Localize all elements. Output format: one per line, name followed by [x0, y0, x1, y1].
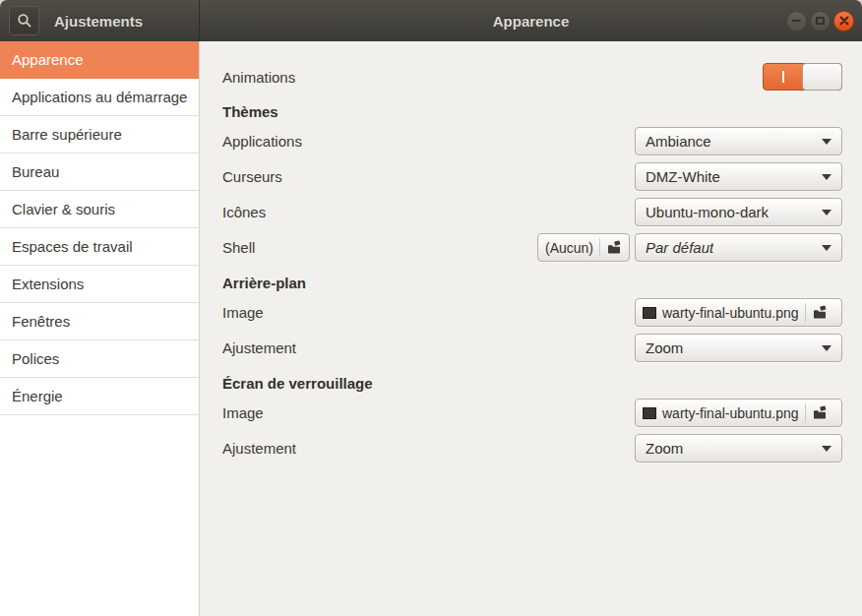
minimize-button[interactable]	[786, 11, 807, 31]
button-separator	[805, 403, 806, 422]
headerbar: Ajustements Apparence	[0, 0, 862, 41]
headerbar-right: Apparence	[200, 0, 862, 41]
switch-knob[interactable]	[802, 63, 842, 91]
folder-open-icon	[812, 305, 828, 321]
background-image-label: Image	[222, 304, 264, 321]
sidebar-item-barre-superieure[interactable]: Barre supérieure	[0, 116, 199, 154]
lock-screen-image-row: Image warty-final-ubuntu.png	[222, 399, 842, 427]
shell-theme-controls: (Aucun) Par défaut	[537, 233, 842, 262]
close-button[interactable]	[833, 11, 854, 31]
close-icon	[839, 16, 849, 26]
chevron-down-icon	[822, 139, 831, 145]
panel-title: Apparence	[200, 13, 862, 30]
dropdown-value: Zoom	[646, 440, 683, 457]
shell-theme-label: Shell	[222, 239, 255, 256]
image-thumbnail	[643, 307, 656, 319]
shell-theme-dropdown[interactable]: Par défaut	[635, 233, 842, 262]
lock-screen-adjustment-label: Ajustement	[222, 440, 296, 457]
maximize-icon	[816, 17, 825, 25]
sidebar-item-fenetres[interactable]: Fenêtres	[0, 303, 199, 340]
chevron-down-icon	[822, 245, 831, 251]
sidebar-item-polices[interactable]: Polices	[0, 340, 199, 378]
window-controls	[786, 0, 854, 41]
sidebar-item-energie[interactable]: Énergie	[0, 378, 199, 415]
section-title-lock-screen: Écran de verrouillage	[222, 375, 842, 392]
gnome-tweaks-window: Ajustements Apparence Apparence Appl	[0, 0, 862, 616]
cursors-theme-label: Curseurs	[222, 168, 282, 185]
file-chooser-value: warty-final-ubuntu.png	[662, 405, 799, 421]
animations-row: Animations	[222, 63, 842, 91]
animations-toggle[interactable]	[763, 63, 842, 91]
button-separator	[599, 238, 600, 257]
background-adjustment-label: Ajustement	[222, 339, 296, 356]
file-chooser-value: warty-final-ubuntu.png	[662, 305, 799, 321]
headerbar-left: Ajustements	[0, 0, 200, 41]
switch-on-indicator	[782, 71, 784, 83]
section-title-background: Arrière-plan	[222, 275, 842, 291]
shell-theme-row: Shell (Aucun) Par défaut	[222, 233, 842, 262]
minimize-icon	[792, 20, 801, 22]
dropdown-value: Ubuntu-mono-dark	[646, 204, 769, 220]
background-adjustment-dropdown[interactable]: Zoom	[635, 334, 842, 362]
folder-open-icon	[812, 405, 828, 421]
search-icon	[17, 13, 32, 29]
chevron-down-icon	[822, 210, 831, 216]
icons-theme-row: Icônes Ubuntu-mono-dark	[222, 198, 842, 226]
background-image-row: Image warty-final-ubuntu.png	[222, 298, 842, 327]
button-separator	[805, 303, 806, 322]
sidebar-item-bureau[interactable]: Bureau	[0, 154, 199, 191]
search-button[interactable]	[9, 6, 39, 35]
dropdown-value: Zoom	[646, 339, 683, 356]
app-title: Ajustements	[54, 13, 143, 30]
lock-screen-adjustment-dropdown[interactable]: Zoom	[635, 434, 842, 462]
sidebar-item-espaces-de-travail[interactable]: Espaces de travail	[0, 228, 199, 266]
chevron-down-icon	[822, 174, 831, 180]
file-chooser-value: (Aucun)	[545, 240, 593, 256]
cursors-theme-dropdown[interactable]: DMZ-White	[635, 162, 842, 191]
dropdown-value: Par défaut	[646, 239, 713, 256]
animations-label: Animations	[222, 69, 295, 86]
image-thumbnail	[643, 407, 656, 419]
sidebar-item-apparence[interactable]: Apparence	[0, 41, 199, 79]
sidebar-item-clavier-souris[interactable]: Clavier & souris	[0, 191, 199, 228]
folder-open-icon	[606, 240, 622, 256]
icons-theme-dropdown[interactable]: Ubuntu-mono-dark	[635, 198, 842, 226]
lock-screen-image-label: Image	[222, 404, 264, 421]
background-image-chooser[interactable]: warty-final-ubuntu.png	[635, 298, 842, 327]
lock-screen-adjustment-row: Ajustement Zoom	[222, 434, 842, 462]
icons-theme-label: Icônes	[222, 204, 266, 220]
cursors-theme-row: Curseurs DMZ-White	[222, 162, 842, 191]
section-title-themes: Thèmes	[222, 103, 842, 120]
chevron-down-icon	[822, 446, 831, 452]
appearance-panel: Animations Thèmes Applications Ambiance …	[201, 41, 862, 616]
sidebar-item-applications-demarrage[interactable]: Applications au démarrage	[0, 79, 199, 116]
chevron-down-icon	[822, 345, 831, 351]
applications-theme-row: Applications Ambiance	[222, 127, 842, 155]
background-adjustment-row: Ajustement Zoom	[222, 334, 842, 362]
applications-theme-label: Applications	[222, 133, 302, 150]
lock-screen-image-chooser[interactable]: warty-final-ubuntu.png	[635, 399, 842, 427]
sidebar: Apparence Applications au démarrage Barr…	[0, 41, 200, 616]
maximize-button[interactable]	[810, 11, 831, 31]
dropdown-value: DMZ-White	[646, 168, 720, 185]
sidebar-item-extensions[interactable]: Extensions	[0, 266, 199, 303]
applications-theme-dropdown[interactable]: Ambiance	[635, 127, 842, 155]
dropdown-value: Ambiance	[646, 133, 711, 150]
shell-theme-file-chooser[interactable]: (Aucun)	[537, 233, 630, 262]
